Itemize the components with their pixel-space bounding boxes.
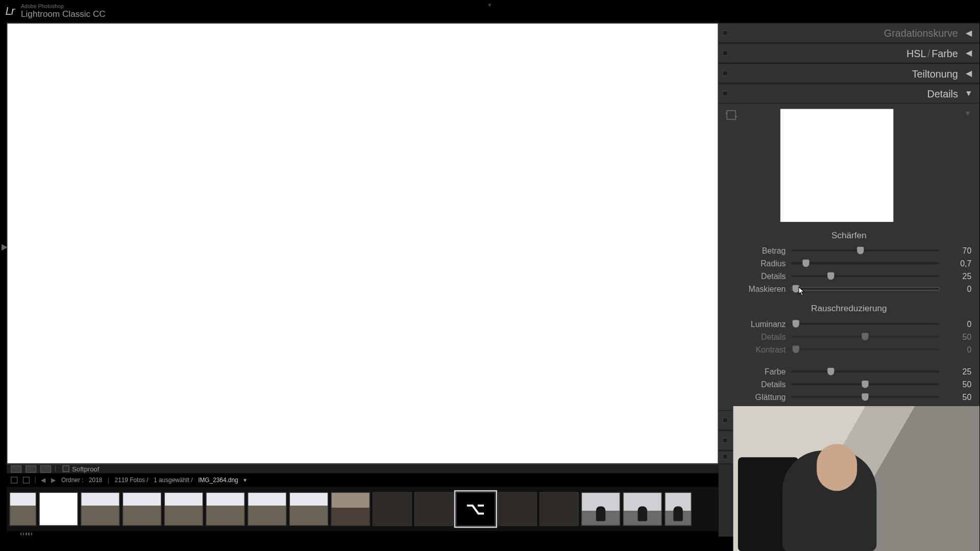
slider-track[interactable]	[791, 288, 939, 290]
softproof-label: Softproof	[72, 465, 100, 472]
slider-label: Kontrast	[726, 344, 786, 354]
webcam-overlay	[733, 406, 979, 551]
panel-toggle-dot[interactable]	[723, 91, 728, 96]
dropdown-icon[interactable]: ▾	[243, 477, 247, 483]
checkbox-icon[interactable]	[63, 465, 69, 472]
slider-track	[791, 348, 939, 350]
collapse-icon[interactable]: ◀	[965, 48, 973, 58]
slider-value[interactable]: 50	[944, 392, 971, 402]
thumbnail[interactable]	[9, 492, 36, 526]
thumbnail[interactable]	[498, 492, 536, 526]
folder-label: Ordner :	[61, 477, 84, 483]
thumbnail[interactable]	[39, 492, 78, 526]
nav-back-icon[interactable]: ◀	[41, 477, 45, 483]
filmstrip[interactable]: ⌥	[7, 487, 718, 531]
panel-title: Gradationskurve	[884, 27, 958, 38]
panel-header-split-toning[interactable]: Teiltonung ◀	[719, 63, 979, 84]
panel-title: Teiltonung	[912, 67, 958, 79]
filmstrip-resize-grip[interactable]	[7, 531, 718, 537]
slider-noise-color[interactable]: Farbe 25	[726, 365, 971, 378]
app-name: Lightroom Classic CC	[21, 9, 106, 18]
detail-picker-icon[interactable]	[726, 110, 736, 119]
panel-toggle-dot[interactable]	[723, 417, 728, 423]
collapse-icon[interactable]: ◀	[965, 68, 973, 78]
slider-track[interactable]	[791, 323, 939, 325]
thumbnail[interactable]	[81, 492, 119, 526]
slider-value[interactable]: 25	[944, 367, 971, 376]
panel-header-hsl[interactable]: HSL/Farbe ◀	[719, 43, 979, 63]
detail-preview[interactable]	[780, 109, 893, 222]
top-grip-icon[interactable]: ▾	[488, 2, 492, 9]
slider-noise-smoothness[interactable]: Glättung 50	[726, 391, 971, 404]
slider-track	[791, 336, 939, 338]
thumbnail[interactable]	[331, 492, 370, 526]
thumbnail[interactable]	[164, 492, 203, 526]
slider-noise-luminance[interactable]: Luminanz 0	[726, 317, 971, 330]
slider-label: Luminanz	[726, 319, 786, 328]
grid-icon[interactable]	[23, 477, 30, 483]
panel-title: HSL/Farbe	[906, 47, 958, 59]
panel-header-details[interactable]: Details ▼	[719, 83, 979, 104]
panel-toggle-dot[interactable]	[723, 51, 728, 56]
slider-value[interactable]: 0	[944, 319, 971, 328]
slider-track[interactable]	[791, 262, 939, 264]
slider-value[interactable]: 0	[944, 284, 971, 293]
softproof-toggle[interactable]: Softproof	[63, 465, 100, 472]
viewer-toolbar: Softproof	[7, 464, 718, 473]
panel-toggle-dot[interactable]	[723, 438, 728, 443]
nav-fwd-icon[interactable]: ▶	[51, 477, 56, 483]
thumbnail-selected[interactable]: ⌥	[456, 492, 495, 526]
slider-sharpen-masking[interactable]: Maskieren 0	[726, 283, 971, 295]
slider-noise-contrast: Kontrast 0	[726, 343, 971, 356]
view-mode-loupe-icon[interactable]	[11, 465, 21, 472]
thumbnail[interactable]	[122, 492, 161, 526]
slider-label: Details	[726, 332, 786, 341]
thumbnail[interactable]	[581, 492, 620, 526]
slider-sharpen-radius[interactable]: Radius 0,7	[726, 257, 971, 269]
slider-track[interactable]	[791, 249, 939, 252]
app-logo: Lr	[6, 5, 14, 18]
image-viewer[interactable]	[7, 23, 718, 464]
panel-toggle-dot[interactable]	[723, 30, 728, 36]
thumbnail[interactable]	[373, 492, 411, 526]
slider-value[interactable]: 50	[944, 380, 971, 389]
section-title-sharpening: Schärfen	[726, 230, 971, 240]
panel-header-tone-curve[interactable]: Gradationskurve ◀	[719, 23, 979, 43]
thumbnail[interactable]	[665, 492, 692, 526]
collapse-icon[interactable]: ▼	[965, 89, 973, 98]
slider-value: 50	[944, 332, 971, 341]
slider-track[interactable]	[791, 396, 939, 398]
thumbnail[interactable]	[289, 492, 328, 526]
thumbnail[interactable]	[248, 492, 286, 526]
thumbnail[interactable]	[414, 492, 453, 526]
panel-title: Details	[927, 88, 958, 99]
slider-track[interactable]	[791, 370, 939, 372]
slider-noise-detail: Details 50	[726, 330, 971, 343]
slider-noise-color-detail[interactable]: Details 50	[726, 378, 971, 391]
thumbnail[interactable]	[206, 492, 244, 526]
slider-label: Glättung	[726, 392, 786, 402]
detail-preview-menu-icon[interactable]: ▼	[964, 109, 971, 117]
slider-track[interactable]	[791, 383, 939, 385]
second-monitor-icon[interactable]	[11, 477, 17, 483]
slider-value[interactable]: 70	[944, 246, 971, 255]
folder-name[interactable]: 2018	[89, 477, 102, 483]
slider-value[interactable]: 0,7	[944, 259, 971, 268]
view-mode-split-icon[interactable]	[40, 465, 51, 472]
thumbnail[interactable]	[623, 492, 662, 526]
slider-label: Farbe	[726, 367, 786, 376]
photo-count: 2119 Fotos /	[115, 477, 149, 483]
collapse-icon[interactable]: ◀	[965, 28, 973, 37]
slider-track[interactable]	[791, 275, 939, 277]
develop-panel: Gradationskurve ◀ HSL/Farbe ◀ Teiltonung…	[719, 23, 979, 464]
panel-toggle-dot[interactable]	[723, 454, 728, 460]
slider-value[interactable]: 25	[944, 271, 971, 281]
thumbnail[interactable]	[540, 492, 578, 526]
slider-sharpen-amount[interactable]: Betrag 70	[726, 244, 971, 257]
view-mode-before-after-icon[interactable]	[26, 465, 36, 472]
section-title-noise: Rauschreduzierung	[726, 303, 971, 313]
slider-label: Details	[726, 271, 786, 281]
panel-toggle-dot[interactable]	[723, 70, 728, 76]
slider-sharpen-detail[interactable]: Details 25	[726, 270, 971, 283]
title-bar: ▾ Lr Adobe Photoshop Lightroom Classic C…	[0, 0, 979, 23]
